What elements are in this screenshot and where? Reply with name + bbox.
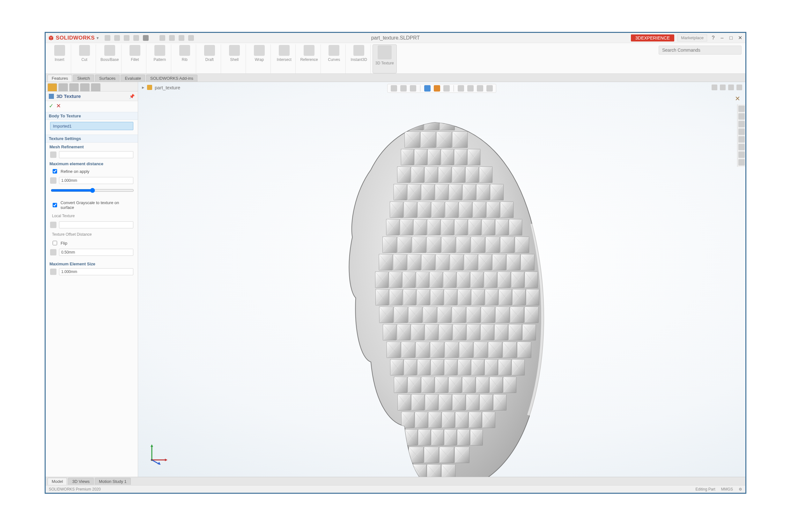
ribbon-tab-surfaces[interactable]: Surfaces	[95, 75, 120, 82]
status-cog-icon[interactable]: ⚙	[739, 487, 742, 492]
ribbon-group-cut[interactable]: Cut	[73, 44, 96, 73]
app-logo: SOLIDWORKS ▾	[48, 35, 99, 41]
ribbon-group-intersect[interactable]: Intersect	[273, 44, 296, 73]
ribbon-group-reference[interactable]: Reference	[297, 44, 321, 73]
ribbon-tab-solidworks-add-ins[interactable]: SOLIDWORKS Add-ins	[146, 75, 197, 82]
ribbon-group-draft[interactable]: Draft	[198, 44, 221, 73]
ribbon-label: Reference	[300, 58, 318, 62]
group-max-label: Maximum Element Size	[45, 257, 138, 267]
status-edition: SOLIDWORKS Premium 2020	[49, 487, 101, 492]
pm-tab-display-icon[interactable]	[69, 83, 79, 92]
group-mesh-label: Mesh Refinement	[45, 142, 138, 150]
pin-icon[interactable]: 📌	[129, 94, 135, 99]
ribbon-label: Instant3D	[351, 58, 367, 62]
ribbon-label: Rib	[182, 58, 188, 62]
app-window: SOLIDWORKS ▾ part_texture.SLDPRT 3DEXPER…	[45, 32, 746, 494]
ribbon-tab-strip: FeaturesSketchSurfacesEvaluateSOLIDWORKS…	[45, 74, 746, 82]
mesh-value-input[interactable]	[59, 151, 133, 158]
pm-tab-config-icon[interactable]	[58, 83, 68, 92]
distort-checkbox[interactable]	[53, 203, 57, 207]
ribbon-group-instant3d[interactable]: Instant3D	[348, 44, 371, 73]
ribbon-tab-evaluate[interactable]: Evaluate	[120, 75, 145, 82]
doc-tab-motion-study-1[interactable]: Motion Study 1	[95, 478, 131, 485]
offset-input[interactable]	[59, 249, 133, 256]
document-title: part_texture.SLDPRT	[371, 35, 420, 41]
maximize-button[interactable]: □	[728, 35, 734, 41]
model-render[interactable]	[138, 82, 746, 477]
graphics-viewport[interactable]: ▸ part_texture	[138, 82, 746, 477]
distance-icon	[50, 177, 56, 184]
ribbon-group-wrap[interactable]: Wrap	[248, 44, 271, 73]
refine-checkbox[interactable]	[53, 169, 57, 173]
pm-confirm-row: ✓ ✕	[45, 101, 138, 111]
marketplace-button[interactable]: Marketplace	[677, 35, 707, 41]
command-search-input[interactable]	[659, 45, 741, 55]
doc-tab-3d-views[interactable]: 3D Views	[68, 478, 94, 485]
ribbon-group-curves[interactable]: Curves	[323, 44, 346, 73]
ribbon-icon	[353, 45, 364, 56]
ribbon-group-rib[interactable]: Rib	[173, 44, 196, 73]
ribbon-icon	[204, 45, 215, 56]
qat-open-icon[interactable]	[114, 35, 120, 41]
ribbon-icon	[378, 45, 392, 59]
ribbon-label: Intersect	[277, 58, 291, 62]
cancel-button[interactable]: ✕	[56, 102, 61, 109]
flip-checkbox[interactable]	[53, 241, 57, 245]
ribbon-icon	[179, 45, 190, 56]
max-size-input[interactable]	[59, 268, 133, 275]
offset-icon	[50, 249, 56, 255]
ribbon-label: 3D Texture	[375, 61, 394, 65]
ribbon-label: Boss/Base	[100, 58, 119, 62]
pm-title-label: 3D Texture	[56, 93, 81, 99]
experience-banner[interactable]: 3DEXPERIENCE	[631, 35, 674, 41]
doc-tab-model[interactable]: Model	[47, 478, 67, 485]
svg-marker-525	[165, 459, 168, 461]
pm-tab-feature-icon[interactable]	[47, 83, 57, 92]
ribbon-tab-features[interactable]: Features	[47, 75, 72, 82]
ribbon-group-shell[interactable]: Shell	[223, 44, 246, 73]
title-bar-right: 3DEXPERIENCE Marketplace ? – □ ✕	[631, 35, 743, 41]
ribbon-icon	[54, 45, 65, 56]
ribbon-icon	[130, 45, 140, 56]
qat-rebuild-icon[interactable]	[179, 35, 185, 41]
qat-print-icon[interactable]	[133, 35, 139, 41]
group-distance-label: Maximum element distance	[45, 159, 138, 167]
qat-redo-icon[interactable]	[169, 35, 175, 41]
flip-check-label: Flip	[61, 241, 67, 246]
ribbon-label: Cut	[81, 58, 88, 62]
help-icon[interactable]: ?	[710, 35, 716, 41]
ok-button[interactable]: ✓	[49, 102, 54, 109]
qat-options-icon[interactable]	[188, 35, 194, 41]
ribbon-label: Fillet	[131, 58, 139, 62]
minimize-button[interactable]: –	[719, 35, 725, 41]
property-manager-panel: 3D Texture 📌 ✓ ✕ Body To Texture Importe…	[45, 82, 138, 477]
distance-slider[interactable]	[51, 188, 134, 193]
feature-cube-icon	[49, 94, 54, 99]
workspace: 3D Texture 📌 ✓ ✕ Body To Texture Importe…	[45, 82, 746, 477]
pm-tab-dim-icon[interactable]	[80, 83, 90, 92]
qat-undo-icon[interactable]	[159, 35, 165, 41]
ribbon-icon	[229, 45, 240, 56]
svg-marker-523	[151, 444, 153, 447]
body-selection-field[interactable]: Imported1	[50, 122, 133, 130]
pm-tab-study-icon[interactable]	[91, 83, 100, 92]
ribbon-tab-sketch[interactable]: Sketch	[73, 75, 94, 82]
qat-save-icon[interactable]	[124, 35, 130, 41]
svg-point-528	[151, 459, 153, 461]
status-bar: SOLIDWORKS Premium 2020 Editing Part MMG…	[45, 485, 746, 493]
ribbon-group-boss-base[interactable]: Boss/Base	[98, 44, 121, 73]
close-button[interactable]: ✕	[737, 35, 743, 41]
ribbon-label: Shell	[230, 58, 239, 62]
orientation-triad-icon[interactable]	[147, 442, 169, 465]
pm-body[interactable]: Body To Texture Imported1 Texture Settin…	[45, 111, 138, 477]
qat-home-icon[interactable]	[143, 35, 149, 41]
qat-new-icon[interactable]	[104, 35, 110, 41]
pm-header: 3D Texture 📌	[45, 92, 138, 101]
ribbon-group-pattern[interactable]: Pattern	[148, 44, 171, 73]
ribbon-group-insert[interactable]: Insert	[48, 44, 71, 73]
distance-input[interactable]	[59, 177, 133, 184]
texture-input[interactable]	[59, 221, 133, 228]
ribbon-label: Draft	[206, 58, 214, 62]
ribbon-group-fillet[interactable]: Fillet	[123, 44, 147, 73]
ribbon-group-3d-texture[interactable]: 3D Texture	[372, 44, 397, 73]
